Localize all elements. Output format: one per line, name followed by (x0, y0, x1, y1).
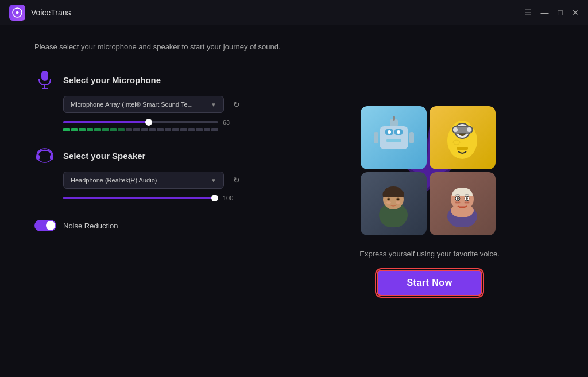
avatar-old-man[interactable] (430, 172, 496, 235)
noise-reduction-label: Noise Reduction (63, 221, 118, 230)
microphone-refresh-button[interactable]: ↻ (229, 96, 245, 112)
microphone-title: Select your Microphone (63, 75, 161, 85)
speaker-dropdown-chevron: ▼ (211, 177, 216, 184)
speaker-icon (34, 145, 55, 166)
titlebar: VoiceTrans ☰ — □ ✕ (0, 0, 588, 25)
microphone-dropdown-row: Microphone Array (Intel® Smart Sound Te.… (63, 96, 283, 113)
svg-point-43 (466, 197, 468, 200)
noise-reduction-toggle[interactable] (34, 220, 56, 231)
speaker-dropdown[interactable]: Headphone (Realtek(R) Audio) ▼ (63, 172, 224, 189)
avatar-grid (361, 106, 498, 238)
microphone-slider-thumb[interactable] (145, 119, 152, 126)
microphone-header: Select your Microphone (34, 69, 283, 90)
microphone-slider-row: 63 (63, 119, 283, 131)
svg-point-28 (467, 127, 471, 132)
speaker-slider-track[interactable] (63, 197, 218, 199)
right-subtitle: Express yourself using your favorite voi… (359, 250, 500, 258)
app-logo (9, 5, 25, 21)
app-title: VoiceTrans (31, 8, 71, 17)
microphone-slider-track[interactable] (63, 121, 218, 123)
svg-rect-5 (36, 155, 40, 160)
svg-point-36 (396, 201, 400, 204)
microphone-section: Select your Microphone Microphone Array … (34, 69, 283, 131)
svg-rect-18 (409, 132, 414, 143)
speaker-slider-container: 100 (63, 195, 283, 201)
svg-point-24 (453, 140, 460, 145)
avatar-robot[interactable] (361, 106, 427, 169)
minimize-button[interactable]: — (541, 8, 549, 17)
svg-rect-14 (386, 139, 401, 142)
svg-rect-6 (50, 155, 53, 160)
main-content: Please select your microphone and speake… (0, 25, 588, 377)
speaker-slider-value: 100 (223, 195, 237, 201)
svg-rect-9 (380, 126, 408, 149)
maximize-button[interactable]: □ (558, 8, 563, 17)
svg-point-39 (451, 204, 474, 217)
speaker-refresh-button[interactable]: ↻ (229, 172, 245, 188)
svg-rect-1 (41, 71, 48, 81)
speaker-header: Select your Speaker (34, 145, 283, 166)
svg-rect-16 (393, 116, 395, 121)
svg-rect-17 (374, 132, 378, 143)
left-panel: Please select your microphone and speake… (34, 42, 283, 360)
microphone-slider-value: 63 (223, 119, 237, 126)
titlebar-controls: ☰ — □ ✕ (524, 8, 579, 17)
microphone-icon (34, 69, 55, 90)
avatar-minion[interactable] (430, 106, 496, 169)
svg-rect-25 (457, 147, 468, 150)
svg-point-35 (386, 201, 391, 204)
start-now-button[interactable]: Start Now (377, 270, 482, 296)
titlebar-left: VoiceTrans (9, 5, 71, 21)
avatar-girl[interactable] (361, 172, 427, 235)
microphone-dropdown[interactable]: Microphone Array (Intel® Smart Sound Te.… (63, 96, 224, 113)
svg-point-27 (453, 127, 458, 132)
svg-point-12 (388, 130, 391, 134)
svg-point-33 (388, 199, 390, 200)
microphone-level-bar (63, 128, 218, 131)
svg-point-13 (397, 130, 400, 134)
speaker-slider-row: 100 (63, 195, 283, 201)
page-subtitle: Please select your microphone and speake… (34, 42, 283, 51)
menu-button[interactable]: ☰ (524, 8, 532, 17)
microphone-dropdown-chevron: ▼ (211, 102, 216, 108)
svg-point-34 (397, 199, 399, 200)
speaker-slider-fill (63, 197, 218, 199)
close-button[interactable]: ✕ (572, 8, 579, 17)
microphone-dropdown-value: Microphone Array (Intel® Smart Sound Te.… (71, 101, 193, 108)
speaker-title: Select your Speaker (63, 151, 145, 161)
svg-point-42 (457, 197, 459, 200)
speaker-dropdown-value: Headphone (Realtek(R) Audio) (71, 177, 157, 184)
microphone-slider-fill (63, 121, 149, 123)
speaker-section: Select your Speaker Headphone (Realtek(R… (34, 145, 283, 201)
noise-reduction-row: Noise Reduction (34, 220, 283, 231)
microphone-slider-container: 63 (63, 119, 283, 126)
speaker-dropdown-row: Headphone (Realtek(R) Audio) ▼ ↻ (63, 172, 283, 189)
right-panel: Express yourself using your favorite voi… (305, 42, 554, 360)
toggle-thumb (46, 221, 55, 230)
speaker-slider-thumb[interactable] (211, 195, 218, 201)
